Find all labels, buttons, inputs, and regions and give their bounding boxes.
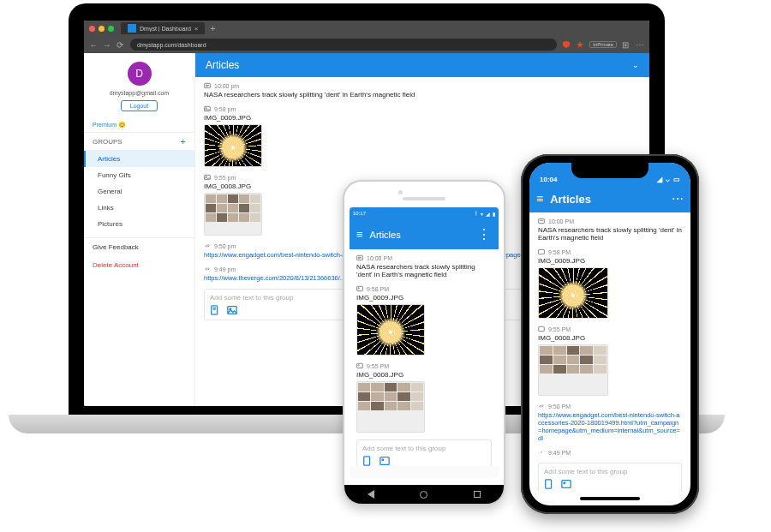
add-group-button[interactable]: + <box>181 136 186 146</box>
item-title[interactable]: NASA researchers track slowly splitting … <box>356 263 492 278</box>
item-title[interactable]: NASA researchers track slowly splitting … <box>204 91 641 99</box>
text-icon <box>538 218 545 224</box>
sidebar-item-general[interactable]: General <box>84 183 194 200</box>
svg-rect-20 <box>546 480 552 488</box>
item-time: 10:00 PM <box>548 218 574 224</box>
item-thumbnail[interactable] <box>356 304 425 356</box>
composer-placeholder: Add some text to this group <box>362 445 445 452</box>
android-recents-button[interactable] <box>474 491 481 498</box>
android-back-button[interactable] <box>368 490 374 499</box>
sidebar: D dmystapp@gmail.com Logout Premium 😊 GR… <box>84 53 195 406</box>
overflow-menu-icon[interactable]: ⋮ <box>477 226 492 242</box>
android-appbar: ≡ Articles ⋮ <box>350 219 499 249</box>
sidebar-item-funny-gifs[interactable]: Funny Gifs <box>84 167 194 183</box>
attach-file-icon[interactable] <box>210 305 220 315</box>
android-title: Articles <box>370 230 401 240</box>
panel-collapse-icon[interactable]: ⌄ <box>632 61 639 69</box>
browser-urlbar: ← → ⟳ dmystapp.com/dashboard InPrivate ⊞… <box>84 36 649 53</box>
item-thumbnail[interactable] <box>356 381 425 433</box>
avatar-letter: D <box>135 68 143 80</box>
android-body[interactable]: 10:00 PM NASA researchers track slowly s… <box>350 249 499 466</box>
item-thumbnail[interactable] <box>538 267 608 319</box>
browser-tab[interactable]: Dmyst | Dashboard × <box>121 22 205 34</box>
delete-account-link[interactable]: Delete Account <box>84 256 194 274</box>
sidebar-item-links[interactable]: Links <box>84 200 194 216</box>
wifi-icon: ⌵ <box>666 176 670 183</box>
item-link[interactable]: https://www.engadget.com/best-nintendo-s… <box>538 411 682 442</box>
link-icon <box>204 242 211 249</box>
browser-titlebar: Dmyst | Dashboard × + <box>84 21 649 36</box>
groups-label: GROUPS <box>93 138 123 146</box>
hamburger-icon[interactable]: ≡ <box>356 228 363 241</box>
composer-placeholder: Add some text to this group <box>210 294 293 302</box>
image-icon <box>204 174 211 181</box>
logout-button[interactable]: Logout <box>121 100 158 111</box>
item-thumbnail[interactable] <box>538 344 608 396</box>
item-time: 10:00 pm <box>214 83 239 89</box>
battery-icon: ▭ <box>673 176 680 183</box>
svg-rect-21 <box>562 481 571 488</box>
overflow-menu-icon[interactable]: ⋯ <box>672 192 684 206</box>
attach-file-icon[interactable] <box>544 479 554 489</box>
composer[interactable]: Add some text to this group <box>356 439 492 466</box>
android-navbar <box>344 485 504 504</box>
svg-rect-17 <box>539 218 545 223</box>
attach-file-icon[interactable] <box>362 456 373 466</box>
composer[interactable]: Add some text to this group <box>538 463 682 492</box>
menu-icon[interactable]: ⋯ <box>636 40 644 49</box>
item-time: 9:49 pm <box>214 266 236 272</box>
sidebar-item-articles[interactable]: Articles <box>84 151 194 167</box>
user-email: dmystapp@gmail.com <box>84 90 194 96</box>
android-statusbar: 10:17 ᛒ ▾ ◢ ▮ <box>350 207 499 219</box>
nav-reload-icon[interactable]: ⟳ <box>117 40 125 49</box>
item-time: 9:55 PM <box>548 326 571 332</box>
attach-image-icon[interactable] <box>227 305 237 315</box>
link-icon <box>538 403 545 409</box>
sidebar-item-pictures[interactable]: Pictures <box>84 216 194 232</box>
item-thumbnail[interactable] <box>204 193 262 236</box>
tab-close-icon[interactable]: × <box>194 25 199 33</box>
ios-body[interactable]: 10:00 PM NASA researchers track slowly s… <box>529 212 690 492</box>
link-icon <box>204 266 211 272</box>
collections-icon[interactable]: ⊞ <box>622 40 631 49</box>
item-time: 9:50 pm <box>214 243 236 249</box>
shield-icon[interactable] <box>562 40 571 49</box>
item-time: 9:55 PM <box>367 363 389 369</box>
item-thumbnail[interactable] <box>204 124 262 167</box>
premium-link[interactable]: Premium 😊 <box>84 118 194 132</box>
nav-back-icon[interactable]: ← <box>89 40 98 49</box>
nav-forward-icon[interactable]: → <box>103 40 111 49</box>
ios-home-indicator[interactable] <box>529 492 690 505</box>
avatar[interactable]: D <box>128 62 152 86</box>
window-max-dot[interactable] <box>108 26 114 32</box>
ios-appbar: ≡ Articles ⋯ <box>529 185 690 212</box>
item-title[interactable]: NASA researchers track slowly splitting … <box>538 226 682 242</box>
android-home-button[interactable] <box>420 491 427 499</box>
ios-title: Articles <box>550 193 591 206</box>
svg-rect-6 <box>212 306 218 314</box>
give-feedback-link[interactable]: Give Feedback <box>84 237 194 256</box>
image-icon <box>204 105 211 112</box>
svg-rect-18 <box>539 249 545 254</box>
composer-placeholder: Add some text to this group <box>544 468 627 475</box>
star-icon[interactable] <box>576 40 584 49</box>
attach-image-icon[interactable] <box>561 479 571 489</box>
attach-image-icon[interactable] <box>380 456 390 466</box>
window-close-dot[interactable] <box>89 26 95 32</box>
svg-rect-7 <box>228 307 236 314</box>
url-text: dmystapp.com/dashboard <box>137 42 206 48</box>
window-min-dot[interactable] <box>99 26 105 32</box>
android-status-time: 10:17 <box>353 211 366 216</box>
hamburger-icon[interactable]: ≡ <box>536 192 543 206</box>
url-field[interactable]: dmystapp.com/dashboard <box>130 39 557 51</box>
item-time: 9:58 PM <box>367 286 389 292</box>
svg-rect-9 <box>357 255 363 260</box>
iphone-notch <box>571 163 648 178</box>
svg-rect-14 <box>364 457 370 465</box>
svg-rect-19 <box>539 326 545 331</box>
image-icon <box>356 362 363 369</box>
item-title: IMG_0008.JPG <box>356 371 492 379</box>
new-tab-button[interactable]: + <box>210 24 215 33</box>
wifi-icon: ▾ <box>481 211 483 217</box>
item-time: 9:58 PM <box>548 249 571 255</box>
